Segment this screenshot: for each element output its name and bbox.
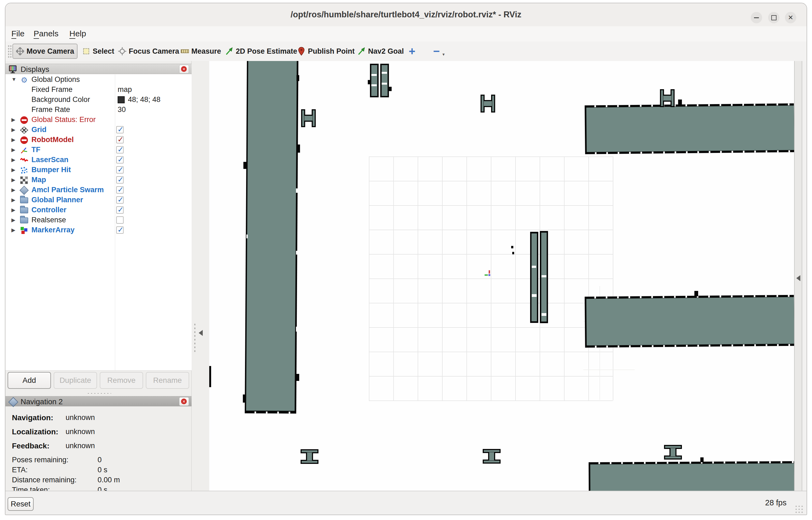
expander-icon[interactable]: ▶ [11, 137, 16, 143]
map-obstacle [245, 61, 298, 414]
duplicate-button[interactable]: Duplicate [54, 372, 97, 389]
row-grid[interactable]: ▶ Grid [5, 125, 192, 135]
row-map[interactable]: ▶ Map [5, 175, 192, 185]
map-obstacle [585, 295, 794, 348]
row-background-color[interactable]: Background Color 48; 48; 48 [5, 95, 192, 105]
row-markerarray[interactable]: ▶ MarkerArray [5, 225, 192, 235]
map-obstacle [380, 64, 389, 97]
menu-file[interactable]: File [11, 29, 24, 38]
row-frame-rate[interactable]: Frame Rate 30 [5, 105, 192, 115]
reset-button[interactable]: Reset [7, 497, 34, 511]
panel-close-icon: ✕ [181, 66, 187, 72]
tool-move-camera[interactable]: Move Camera [12, 44, 78, 59]
maximize-button[interactable] [768, 12, 780, 23]
title-bar[interactable]: /opt/ros/humble/share/turtlebot4_viz/rvi… [5, 3, 807, 27]
folder-icon [20, 206, 29, 215]
collapse-left-icon[interactable] [199, 330, 203, 336]
tool-select[interactable]: Select [79, 44, 117, 59]
tool-focus-camera[interactable]: Focus Camera [115, 44, 182, 59]
tool-nav2-goal[interactable]: Nav2 Goal [354, 44, 407, 59]
map-obstacle-dot [678, 100, 682, 105]
remove-button[interactable]: Remove [100, 372, 143, 389]
map-obstacle-dot [512, 252, 514, 254]
nav2-diamond-icon [9, 397, 18, 407]
grid-icon [20, 126, 29, 135]
add-button[interactable]: Add [7, 372, 51, 389]
row-global-status[interactable]: ▶ Global Status: Error [5, 115, 192, 125]
measure-icon [181, 47, 189, 56]
amcl-checkbox[interactable] [116, 186, 124, 193]
bumper-hit-checkbox[interactable] [116, 166, 124, 174]
expander-icon[interactable]: ▶ [11, 207, 16, 213]
tool-remove[interactable]: − ▾ [430, 44, 448, 59]
tool-publish-point[interactable]: Publish Point [294, 44, 357, 59]
grid-checkbox[interactable] [116, 126, 124, 133]
expander-icon[interactable]: ▶ [11, 197, 16, 203]
row-global-planner[interactable]: ▶ Global Planner [5, 195, 192, 205]
menu-help[interactable]: Help [70, 29, 86, 38]
map-obstacle-dot [297, 145, 300, 153]
minimize-button[interactable] [751, 12, 762, 23]
map-gap [246, 235, 248, 238]
panel-view-splitter[interactable] [192, 61, 209, 491]
expander-icon[interactable]: ▶ [11, 167, 16, 173]
map-checkbox[interactable] [116, 176, 124, 184]
background-color-value[interactable]: 48; 48; 48 [128, 96, 160, 104]
tool-measure[interactable]: Measure [178, 44, 224, 59]
expander-icon[interactable]: ▶ [11, 217, 16, 223]
nav2-close-button[interactable]: ✕ [179, 397, 189, 406]
menu-panels[interactable]: Panels [34, 29, 58, 38]
row-amcl-particle-swarm[interactable]: ▶ Amcl Particle Swarm [5, 185, 192, 195]
color-swatch[interactable] [118, 96, 125, 103]
expander-icon[interactable]: ▶ [11, 187, 16, 193]
row-robotmodel[interactable]: ▶ RobotModel [5, 135, 192, 145]
expander-icon[interactable]: ▼ [11, 76, 17, 82]
global-planner-checkbox[interactable] [116, 196, 124, 204]
expander-icon[interactable]: ▶ [11, 157, 16, 163]
displays-close-button[interactable]: ✕ [179, 65, 189, 74]
tf-checkbox[interactable] [116, 146, 124, 153]
right-dock-splitter[interactable] [794, 61, 802, 491]
controller-checkbox[interactable] [116, 206, 124, 214]
realsense-checkbox[interactable] [116, 216, 124, 224]
collapse-right-icon[interactable] [796, 275, 800, 281]
row-global-options[interactable]: ▼ ⚙ Global Options [5, 75, 192, 85]
markerarray-checkbox[interactable] [116, 226, 124, 234]
expander-icon[interactable]: ▶ [11, 127, 16, 133]
expander-icon[interactable]: ▶ [11, 227, 16, 233]
map-gap [532, 294, 537, 297]
render-view[interactable] [209, 61, 794, 491]
row-bumper-hit[interactable]: ▶ Bumper Hit [5, 165, 192, 175]
displays-panel-header[interactable]: Displays ✕ [5, 64, 192, 74]
laserscan-checkbox[interactable] [116, 156, 124, 163]
robotmodel-checkbox[interactable] [116, 136, 124, 144]
axes-marker-z [489, 270, 490, 274]
feedback-status-value: unknown [65, 442, 95, 450]
panel-splitter-handle[interactable] [87, 392, 111, 394]
publish-point-icon [297, 47, 306, 56]
row-fixed-frame[interactable]: Fixed Frame map [5, 85, 192, 95]
distance-remaining-value: 0.00 m [98, 476, 120, 484]
left-panel-column: Displays ✕ ▼ ⚙ Global Options Fixed Fram… [5, 61, 192, 491]
tool-add[interactable]: + [406, 44, 418, 59]
map-gap [382, 83, 387, 85]
rename-button[interactable]: Rename [146, 372, 189, 389]
expander-icon[interactable]: ▶ [11, 177, 16, 183]
row-tf[interactable]: ▶ TF [5, 145, 192, 155]
fixed-frame-value[interactable]: map [118, 85, 132, 94]
row-controller[interactable]: ▶ Controller [5, 205, 192, 215]
tool-2d-pose-estimate[interactable]: 2D Pose Estimate [222, 44, 300, 59]
map-gap [542, 275, 546, 277]
grid-line [369, 279, 613, 279]
row-realsense[interactable]: ▶ Realsense [5, 215, 192, 225]
pose-estimate-icon [225, 47, 234, 56]
expander-icon[interactable]: ▶ [11, 116, 16, 123]
close-button[interactable]: ✕ [785, 12, 796, 23]
row-laserscan[interactable]: ▶ LaserScan [5, 155, 192, 165]
expander-icon[interactable]: ▶ [11, 147, 16, 153]
resize-grip[interactable] [795, 505, 804, 514]
toolbar-drag-handle[interactable] [7, 45, 12, 58]
frame-rate-value[interactable]: 30 [118, 105, 126, 114]
nav2-panel-header[interactable]: Navigation 2 ✕ [5, 396, 192, 407]
nav2-localization-row: Localization: unknown [12, 427, 188, 438]
